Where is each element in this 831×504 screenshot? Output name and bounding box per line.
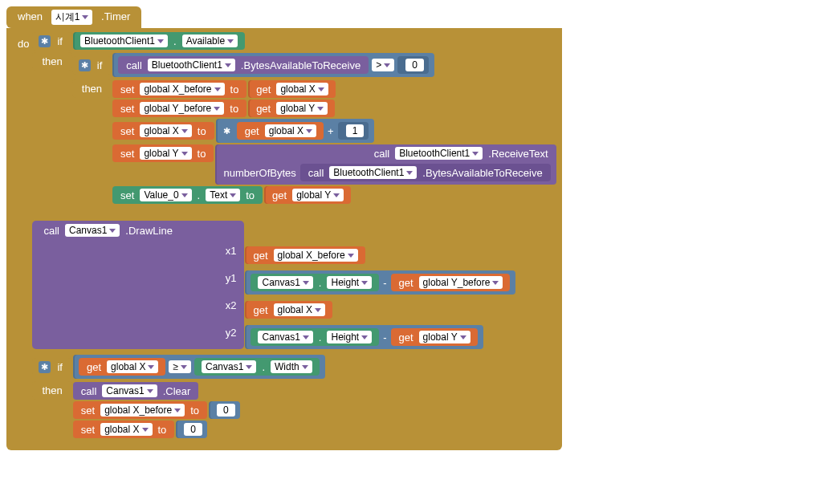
property-dropdown[interactable]: Text bbox=[206, 189, 240, 201]
variable-dropdown[interactable]: global Y_before bbox=[140, 102, 224, 115]
math-add-block[interactable]: ✱ get global X + 1 bbox=[216, 119, 375, 143]
variable-dropdown[interactable]: global Y bbox=[276, 102, 328, 115]
event-method: .Timer bbox=[98, 10, 133, 22]
component-dropdown[interactable]: 시계1 bbox=[51, 10, 93, 25]
compare-block[interactable]: get global X ≥ Canvas1 . Width bbox=[73, 355, 325, 379]
variable-dropdown[interactable]: global Y bbox=[419, 331, 470, 343]
if-block-1[interactable]: ✱ if BluetoothClient1 . Available then bbox=[32, 31, 556, 209]
set-block[interactable]: set global X to 0 bbox=[72, 420, 208, 439]
gear-icon[interactable]: ✱ bbox=[79, 59, 91, 71]
get-block[interactable]: get global X bbox=[237, 122, 324, 140]
set-block[interactable]: set global Y to call BluetoothClient1 bbox=[112, 144, 557, 185]
gear-icon[interactable]: ✱ bbox=[39, 361, 51, 373]
if-header: ✱ if bbox=[32, 358, 72, 376]
if-header: ✱ if bbox=[32, 32, 72, 51]
set-block[interactable]: set global X_before to 0 bbox=[72, 400, 241, 420]
number-block[interactable]: 0 bbox=[397, 56, 429, 74]
variable-dropdown[interactable]: global X bbox=[107, 360, 158, 373]
get-block[interactable]: get global X bbox=[245, 301, 332, 319]
method-call-block[interactable]: call BluetoothClient1 .BytesAvailableToR… bbox=[300, 164, 551, 181]
gear-icon[interactable]: ✱ bbox=[39, 35, 51, 47]
method-call-block[interactable]: call Canvas1 .Clear bbox=[72, 381, 200, 400]
component-dropdown[interactable]: Canvas1 bbox=[102, 384, 157, 397]
property-dropdown[interactable]: Width bbox=[271, 360, 312, 373]
math-subtract-block[interactable]: Canvas1 . Height - get global Y_before bbox=[245, 270, 515, 295]
then-keyword: then bbox=[72, 79, 112, 98]
property-get-block[interactable]: Canvas1 . Width bbox=[194, 358, 320, 376]
then-keyword: then bbox=[32, 381, 71, 400]
chevron-down-icon bbox=[82, 15, 88, 19]
then-keyword: then bbox=[32, 52, 71, 71]
variable-dropdown[interactable]: global X bbox=[140, 124, 191, 137]
operator-dropdown[interactable]: ≥ bbox=[169, 360, 191, 373]
component-dropdown[interactable]: BluetoothClient1 bbox=[80, 35, 168, 47]
get-block[interactable]: get global Y bbox=[391, 328, 478, 346]
property-dropdown[interactable]: Height bbox=[327, 276, 372, 289]
property-get-block[interactable]: BluetoothClient1 . Available bbox=[73, 32, 245, 50]
operator-dropdown[interactable]: > bbox=[372, 59, 394, 71]
event-when-block[interactable]: when 시계1 .Timer bbox=[6, 6, 141, 28]
if-header: ✱ if bbox=[72, 56, 112, 75]
component-dropdown[interactable]: BluetoothClient1 bbox=[395, 147, 483, 160]
get-block[interactable]: get global Y bbox=[248, 100, 335, 117]
if-block-2[interactable]: ✱ if call BluetoothClient1 .BytesAvailab… bbox=[72, 52, 557, 205]
arg-label: numberOfBytes bbox=[220, 167, 299, 179]
number-block[interactable]: 1 bbox=[338, 122, 369, 140]
component-dropdown[interactable]: Canvas1 bbox=[258, 331, 312, 343]
property-get-block[interactable]: Canvas1 . Height bbox=[251, 274, 379, 291]
drawline-block[interactable]: call Canvas1 .DrawLine x1 y1 x2 y2 get g… bbox=[32, 221, 516, 351]
variable-dropdown[interactable]: global X bbox=[100, 423, 152, 436]
gear-icon[interactable]: ✱ bbox=[221, 125, 233, 137]
component-dropdown[interactable]: BluetoothClient1 bbox=[148, 59, 235, 71]
variable-dropdown[interactable]: global X bbox=[265, 124, 316, 137]
number-block[interactable]: 0 bbox=[176, 421, 207, 438]
variable-dropdown[interactable]: global Y bbox=[140, 147, 191, 160]
variable-dropdown[interactable]: global X bbox=[276, 83, 328, 96]
get-block[interactable]: get global X bbox=[248, 80, 335, 98]
component-dropdown[interactable]: Canvas1 bbox=[258, 276, 312, 289]
if-block-3[interactable]: ✱ if get global X ≥ Canvas1 . Width bbox=[32, 354, 325, 439]
variable-dropdown[interactable]: global X bbox=[274, 303, 325, 316]
when-keyword: when bbox=[14, 10, 46, 22]
variable-dropdown[interactable]: global X_before bbox=[140, 83, 224, 96]
get-block[interactable]: get global Y bbox=[264, 186, 351, 204]
method-call-block[interactable]: call BluetoothClient1 .BytesAvailableToR… bbox=[118, 56, 369, 74]
get-block[interactable]: get global Y_before bbox=[391, 274, 511, 291]
math-subtract-block[interactable]: Canvas1 . Height - get global Y bbox=[245, 325, 483, 349]
component-dropdown[interactable]: Value_0 bbox=[140, 189, 191, 201]
set-block[interactable]: set global X_before to get global X bbox=[112, 79, 336, 99]
method-call-block[interactable]: call BluetoothClient1 .ReceiveText numbe… bbox=[215, 144, 556, 185]
variable-dropdown[interactable]: global X_before bbox=[100, 404, 185, 417]
event-do-body: do ✱ if BluetoothClient1 . Available the… bbox=[6, 28, 562, 450]
get-block[interactable]: get global X bbox=[79, 358, 165, 376]
compare-block[interactable]: call BluetoothClient1 .BytesAvailableToR… bbox=[112, 53, 434, 77]
set-block[interactable]: set global X to ✱ get global X bbox=[112, 118, 375, 144]
component-dropdown[interactable]: Canvas1 bbox=[65, 224, 120, 237]
property-get-block[interactable]: Canvas1 . Height bbox=[251, 328, 379, 346]
component-dropdown[interactable]: BluetoothClient1 bbox=[329, 166, 417, 179]
set-property-block[interactable]: set Value_0 . Text to get global Y bbox=[112, 185, 352, 205]
property-dropdown[interactable]: Available bbox=[182, 35, 238, 47]
component-dropdown[interactable]: Canvas1 bbox=[202, 360, 256, 373]
variable-dropdown[interactable]: global X_before bbox=[274, 249, 358, 262]
do-keyword: do bbox=[14, 31, 32, 50]
get-block[interactable]: get global X_before bbox=[245, 246, 365, 264]
set-block[interactable]: set global Y_before to get global Y bbox=[112, 99, 336, 118]
variable-dropdown[interactable]: global Y_before bbox=[419, 276, 503, 289]
property-dropdown[interactable]: Height bbox=[327, 331, 372, 343]
number-block[interactable]: 0 bbox=[209, 401, 240, 419]
variable-dropdown[interactable]: global Y bbox=[292, 189, 344, 201]
